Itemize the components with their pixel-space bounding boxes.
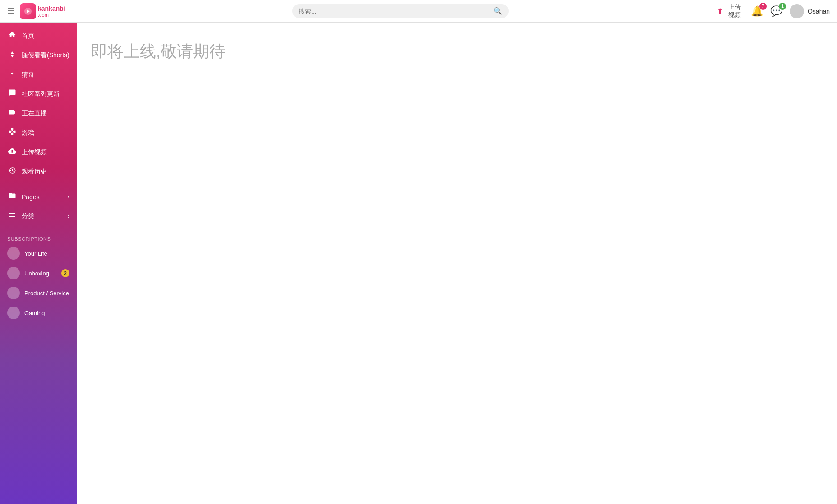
sub-name-gaming: Gaming — [24, 310, 69, 316]
subscription-your-life[interactable]: Your Life — [0, 243, 77, 263]
categories-chevron-icon: › — [68, 213, 69, 220]
svg-point-1 — [11, 73, 14, 75]
pages-icon — [7, 192, 17, 202]
unboxing-badge: 2 — [61, 269, 69, 277]
coming-soon-title: 即将上线,敬请期待 — [91, 41, 823, 63]
sidebar-item-guess[interactable]: 猜奇 — [0, 65, 77, 84]
search-icon[interactable]: 🔍 — [493, 7, 502, 15]
sidebar: 首页 随便看看(Shorts) 猜奇 社区系列更新 正在直播 — [0, 23, 77, 504]
subscription-product-service[interactable]: Product / Service — [0, 283, 77, 303]
sub-name-product-service: Product / Service — [24, 290, 69, 297]
categories-icon — [7, 211, 17, 221]
sidebar-item-community[interactable]: 社区系列更新 — [0, 84, 77, 104]
sidebar-item-pages[interactable]: Pages › — [0, 187, 77, 206]
shorts-icon — [7, 50, 17, 60]
user-profile[interactable]: Osahan — [790, 4, 830, 18]
header-center: 🔍 — [84, 4, 717, 18]
guess-icon — [7, 69, 17, 80]
sub-name-unboxing: Unboxing — [24, 270, 57, 277]
layout: 首页 随便看看(Shorts) 猜奇 社区系列更新 正在直播 — [0, 23, 837, 504]
notification-badge: 7 — [759, 3, 767, 10]
community-icon — [7, 89, 17, 99]
menu-icon[interactable]: ☰ — [7, 6, 14, 16]
pages-chevron-icon: › — [68, 194, 69, 200]
sidebar-divider-1 — [0, 184, 77, 184]
upload-icon: ⬆ — [717, 7, 723, 15]
subscription-gaming[interactable]: Gaming — [0, 303, 77, 323]
sidebar-item-categories[interactable]: 分类 › — [0, 206, 77, 226]
search-input[interactable] — [299, 8, 490, 15]
message-button[interactable]: 💬 1 — [770, 5, 782, 17]
history-icon — [7, 166, 17, 177]
home-icon — [7, 31, 17, 41]
subscriptions-label: SUBSCRIPTIONS — [0, 232, 77, 243]
message-badge: 1 — [779, 3, 786, 10]
sub-avatar-your-life — [7, 247, 20, 260]
header-left: ☰ kankanbi .com — [7, 3, 84, 19]
logo-text: kankanbi .com — [38, 5, 65, 18]
search-bar: 🔍 — [292, 4, 509, 18]
upload-icon-sidebar — [7, 147, 17, 157]
username-label: Osahan — [808, 8, 830, 15]
sidebar-item-games[interactable]: 游戏 — [0, 123, 77, 142]
games-icon — [7, 128, 17, 138]
main-content: 即将上线,敬请期待 — [77, 23, 837, 504]
logo-container[interactable]: kankanbi .com — [20, 3, 65, 19]
sidebar-item-live[interactable]: 正在直播 — [0, 104, 77, 123]
notification-button[interactable]: 🔔 7 — [751, 5, 763, 17]
subscription-unboxing[interactable]: Unboxing 2 — [0, 263, 77, 283]
sub-avatar-unboxing — [7, 267, 20, 279]
live-icon — [7, 108, 17, 119]
avatar — [790, 4, 804, 18]
header: ☰ kankanbi .com 🔍 ⬆ 上传视频 🔔 — [0, 0, 837, 23]
sub-avatar-gaming — [7, 307, 20, 319]
sidebar-item-history[interactable]: 观看历史 — [0, 162, 77, 181]
logo-icon — [20, 3, 36, 19]
sidebar-item-home[interactable]: 首页 — [0, 26, 77, 46]
sub-avatar-product-service — [7, 287, 20, 299]
upload-video-button[interactable]: ⬆ 上传视频 — [717, 3, 744, 19]
header-right: ⬆ 上传视频 🔔 7 💬 1 Osahan — [717, 3, 830, 19]
sidebar-item-upload[interactable]: 上传视频 — [0, 142, 77, 162]
sidebar-item-shorts[interactable]: 随便看看(Shorts) — [0, 46, 77, 65]
sub-name-your-life: Your Life — [24, 250, 69, 257]
sidebar-divider-2 — [0, 229, 77, 229]
